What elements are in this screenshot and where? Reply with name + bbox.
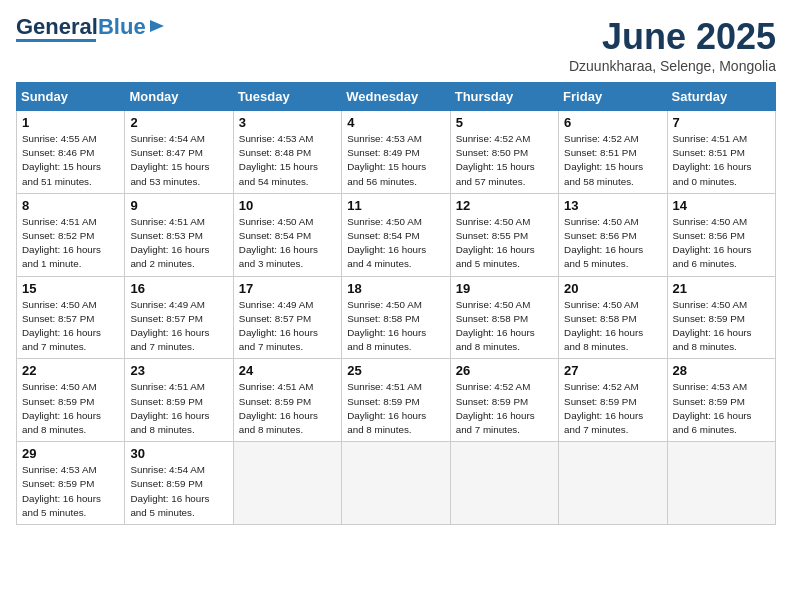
calendar-cell — [559, 442, 667, 525]
day-number: 8 — [22, 198, 119, 213]
day-number: 16 — [130, 281, 227, 296]
col-header-wednesday: Wednesday — [342, 83, 450, 111]
day-number: 30 — [130, 446, 227, 461]
day-number: 22 — [22, 363, 119, 378]
day-number: 11 — [347, 198, 444, 213]
calendar-cell: 22Sunrise: 4:50 AM Sunset: 8:59 PM Dayli… — [17, 359, 125, 442]
day-number: 7 — [673, 115, 770, 130]
day-info: Sunrise: 4:52 AM Sunset: 8:59 PM Dayligh… — [564, 380, 661, 437]
day-info: Sunrise: 4:50 AM Sunset: 8:58 PM Dayligh… — [564, 298, 661, 355]
calendar-cell: 23Sunrise: 4:51 AM Sunset: 8:59 PM Dayli… — [125, 359, 233, 442]
calendar-cell: 28Sunrise: 4:53 AM Sunset: 8:59 PM Dayli… — [667, 359, 775, 442]
day-info: Sunrise: 4:51 AM Sunset: 8:59 PM Dayligh… — [347, 380, 444, 437]
calendar-cell: 25Sunrise: 4:51 AM Sunset: 8:59 PM Dayli… — [342, 359, 450, 442]
day-number: 2 — [130, 115, 227, 130]
logo-arrow-icon — [148, 17, 166, 35]
day-number: 28 — [673, 363, 770, 378]
day-info: Sunrise: 4:49 AM Sunset: 8:57 PM Dayligh… — [130, 298, 227, 355]
day-number: 19 — [456, 281, 553, 296]
col-header-saturday: Saturday — [667, 83, 775, 111]
calendar-cell: 15Sunrise: 4:50 AM Sunset: 8:57 PM Dayli… — [17, 276, 125, 359]
day-info: Sunrise: 4:50 AM Sunset: 8:57 PM Dayligh… — [22, 298, 119, 355]
day-info: Sunrise: 4:50 AM Sunset: 8:54 PM Dayligh… — [239, 215, 336, 272]
calendar-cell: 1Sunrise: 4:55 AM Sunset: 8:46 PM Daylig… — [17, 111, 125, 194]
logo: GeneralBlue — [16, 16, 166, 42]
calendar-cell: 27Sunrise: 4:52 AM Sunset: 8:59 PM Dayli… — [559, 359, 667, 442]
col-header-friday: Friday — [559, 83, 667, 111]
day-info: Sunrise: 4:52 AM Sunset: 8:59 PM Dayligh… — [456, 380, 553, 437]
day-number: 27 — [564, 363, 661, 378]
svg-marker-0 — [150, 20, 164, 32]
day-number: 18 — [347, 281, 444, 296]
day-info: Sunrise: 4:54 AM Sunset: 8:47 PM Dayligh… — [130, 132, 227, 189]
day-info: Sunrise: 4:50 AM Sunset: 8:58 PM Dayligh… — [347, 298, 444, 355]
calendar-cell: 10Sunrise: 4:50 AM Sunset: 8:54 PM Dayli… — [233, 193, 341, 276]
day-number: 21 — [673, 281, 770, 296]
calendar-cell: 17Sunrise: 4:49 AM Sunset: 8:57 PM Dayli… — [233, 276, 341, 359]
title-block: June 2025 Dzuunkharaa, Selenge, Mongolia — [569, 16, 776, 74]
day-info: Sunrise: 4:50 AM Sunset: 8:56 PM Dayligh… — [673, 215, 770, 272]
calendar-week-row: 22Sunrise: 4:50 AM Sunset: 8:59 PM Dayli… — [17, 359, 776, 442]
calendar-cell — [667, 442, 775, 525]
calendar-cell: 4Sunrise: 4:53 AM Sunset: 8:49 PM Daylig… — [342, 111, 450, 194]
day-info: Sunrise: 4:50 AM Sunset: 8:58 PM Dayligh… — [456, 298, 553, 355]
calendar-week-row: 29Sunrise: 4:53 AM Sunset: 8:59 PM Dayli… — [17, 442, 776, 525]
day-info: Sunrise: 4:50 AM Sunset: 8:56 PM Dayligh… — [564, 215, 661, 272]
month-year-title: June 2025 — [569, 16, 776, 58]
day-number: 13 — [564, 198, 661, 213]
page-header: GeneralBlue June 2025 Dzuunkharaa, Selen… — [16, 16, 776, 74]
calendar-cell: 19Sunrise: 4:50 AM Sunset: 8:58 PM Dayli… — [450, 276, 558, 359]
day-info: Sunrise: 4:51 AM Sunset: 8:51 PM Dayligh… — [673, 132, 770, 189]
calendar-cell: 11Sunrise: 4:50 AM Sunset: 8:54 PM Dayli… — [342, 193, 450, 276]
calendar-cell: 24Sunrise: 4:51 AM Sunset: 8:59 PM Dayli… — [233, 359, 341, 442]
day-info: Sunrise: 4:52 AM Sunset: 8:51 PM Dayligh… — [564, 132, 661, 189]
day-number: 6 — [564, 115, 661, 130]
day-info: Sunrise: 4:50 AM Sunset: 8:55 PM Dayligh… — [456, 215, 553, 272]
day-number: 20 — [564, 281, 661, 296]
calendar-cell: 13Sunrise: 4:50 AM Sunset: 8:56 PM Dayli… — [559, 193, 667, 276]
day-info: Sunrise: 4:51 AM Sunset: 8:53 PM Dayligh… — [130, 215, 227, 272]
logo-underline — [16, 39, 96, 42]
calendar-cell: 9Sunrise: 4:51 AM Sunset: 8:53 PM Daylig… — [125, 193, 233, 276]
calendar-cell: 18Sunrise: 4:50 AM Sunset: 8:58 PM Dayli… — [342, 276, 450, 359]
day-info: Sunrise: 4:51 AM Sunset: 8:52 PM Dayligh… — [22, 215, 119, 272]
day-info: Sunrise: 4:49 AM Sunset: 8:57 PM Dayligh… — [239, 298, 336, 355]
day-number: 10 — [239, 198, 336, 213]
calendar-cell: 14Sunrise: 4:50 AM Sunset: 8:56 PM Dayli… — [667, 193, 775, 276]
calendar-cell: 30Sunrise: 4:54 AM Sunset: 8:59 PM Dayli… — [125, 442, 233, 525]
day-number: 23 — [130, 363, 227, 378]
calendar-cell: 20Sunrise: 4:50 AM Sunset: 8:58 PM Dayli… — [559, 276, 667, 359]
day-number: 1 — [22, 115, 119, 130]
calendar-cell — [450, 442, 558, 525]
day-number: 29 — [22, 446, 119, 461]
calendar-cell: 16Sunrise: 4:49 AM Sunset: 8:57 PM Dayli… — [125, 276, 233, 359]
day-number: 5 — [456, 115, 553, 130]
col-header-thursday: Thursday — [450, 83, 558, 111]
day-number: 26 — [456, 363, 553, 378]
day-info: Sunrise: 4:54 AM Sunset: 8:59 PM Dayligh… — [130, 463, 227, 520]
day-info: Sunrise: 4:53 AM Sunset: 8:59 PM Dayligh… — [673, 380, 770, 437]
calendar-cell: 12Sunrise: 4:50 AM Sunset: 8:55 PM Dayli… — [450, 193, 558, 276]
day-number: 3 — [239, 115, 336, 130]
day-info: Sunrise: 4:51 AM Sunset: 8:59 PM Dayligh… — [239, 380, 336, 437]
calendar-week-row: 15Sunrise: 4:50 AM Sunset: 8:57 PM Dayli… — [17, 276, 776, 359]
col-header-tuesday: Tuesday — [233, 83, 341, 111]
day-info: Sunrise: 4:51 AM Sunset: 8:59 PM Dayligh… — [130, 380, 227, 437]
calendar-cell: 29Sunrise: 4:53 AM Sunset: 8:59 PM Dayli… — [17, 442, 125, 525]
calendar-week-row: 1Sunrise: 4:55 AM Sunset: 8:46 PM Daylig… — [17, 111, 776, 194]
calendar-cell: 7Sunrise: 4:51 AM Sunset: 8:51 PM Daylig… — [667, 111, 775, 194]
day-number: 14 — [673, 198, 770, 213]
calendar-cell: 3Sunrise: 4:53 AM Sunset: 8:48 PM Daylig… — [233, 111, 341, 194]
calendar-cell: 6Sunrise: 4:52 AM Sunset: 8:51 PM Daylig… — [559, 111, 667, 194]
day-info: Sunrise: 4:53 AM Sunset: 8:49 PM Dayligh… — [347, 132, 444, 189]
calendar-cell: 8Sunrise: 4:51 AM Sunset: 8:52 PM Daylig… — [17, 193, 125, 276]
day-number: 4 — [347, 115, 444, 130]
calendar-cell: 26Sunrise: 4:52 AM Sunset: 8:59 PM Dayli… — [450, 359, 558, 442]
day-info: Sunrise: 4:55 AM Sunset: 8:46 PM Dayligh… — [22, 132, 119, 189]
day-number: 12 — [456, 198, 553, 213]
calendar-cell — [233, 442, 341, 525]
calendar-week-row: 8Sunrise: 4:51 AM Sunset: 8:52 PM Daylig… — [17, 193, 776, 276]
calendar-header-row: SundayMondayTuesdayWednesdayThursdayFrid… — [17, 83, 776, 111]
day-info: Sunrise: 4:50 AM Sunset: 8:54 PM Dayligh… — [347, 215, 444, 272]
day-info: Sunrise: 4:50 AM Sunset: 8:59 PM Dayligh… — [673, 298, 770, 355]
